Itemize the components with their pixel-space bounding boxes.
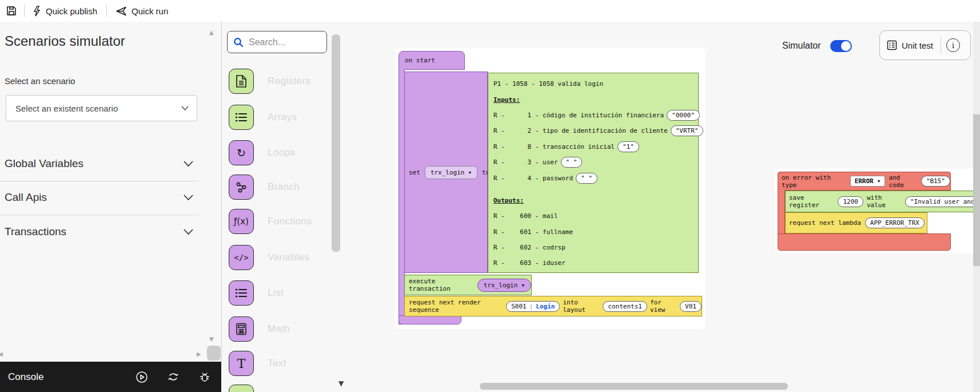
layout-field[interactable]: contents1 [603, 301, 647, 312]
execute-transaction-block[interactable]: execute transaction trx_login ▾ [404, 275, 532, 295]
on-start-label: on start [405, 57, 435, 64]
branch-icon [229, 175, 254, 200]
chevron-down-icon [184, 195, 193, 200]
on-start-block[interactable]: on start [399, 51, 465, 70]
section-transactions[interactable]: Transactions [5, 220, 193, 243]
category-label: List [268, 287, 284, 299]
error-code-field[interactable]: "B15" [921, 176, 950, 187]
save-register-block[interactable]: save register 1200 with value "Invalid u… [785, 191, 980, 212]
input-text: R - 4 - password [493, 175, 573, 182]
toolbox-category-branch[interactable]: Branch [229, 175, 300, 200]
toolbox-category-list[interactable]: List [229, 280, 284, 306]
input-row: R - 3 - user " " [493, 155, 694, 170]
canvas-hscrollbar-thumb[interactable] [480, 383, 788, 390]
sidebar-scroll-left-arrow[interactable]: ◀ [0, 351, 3, 357]
on-start-wrapper-bottom[interactable] [399, 315, 461, 324]
toolbox-divider [221, 22, 222, 362]
canvas-vscrollbar-thumb[interactable] [973, 114, 980, 266]
quick-publish-button[interactable]: Quick publish [33, 6, 97, 17]
sidebar-scrollbar-thumb[interactable] [207, 346, 221, 361]
input-value-field[interactable]: "VRTR" [671, 125, 704, 136]
unit-test-label: Unit test [902, 41, 933, 50]
inputs-heading: Inputs: [493, 92, 694, 107]
unit-test-group: Unit test i [879, 30, 971, 60]
section-label: Transactions [5, 225, 66, 238]
info-button[interactable]: i [946, 38, 960, 52]
top-toolbar: Quick publish Quick run [0, 0, 980, 22]
p1-transaction-block[interactable]: P1 - 1058 - 1058 valida login Inputs: R … [488, 73, 699, 273]
input-row: R - 4 - password " " [493, 170, 694, 185]
text-icon: T [229, 351, 254, 376]
document-icon [229, 69, 254, 94]
input-value-field[interactable]: " " [561, 157, 583, 168]
request-lambda-block[interactable]: request next lambda APP_ERROR_TRX [785, 212, 927, 233]
bug-icon [198, 371, 211, 383]
render-sequence-block[interactable]: request next render sequence S001 | Logi… [404, 296, 702, 316]
dropdown-arrow-icon: ▾ [468, 169, 472, 176]
list-icon [229, 105, 254, 130]
error-message-field[interactable]: "Invalid user and [905, 196, 979, 207]
output-row: R - 603 - iduser [493, 255, 694, 271]
outputs-heading: Outputs: [493, 193, 694, 208]
input-value-field[interactable]: "1" [618, 141, 639, 152]
toolbox-category-text[interactable]: T Text [229, 351, 286, 376]
function-icon: ƒ(x) [229, 209, 254, 234]
input-value-field[interactable]: "0000" [667, 110, 700, 121]
scenario-select[interactable]: Select an existent scenario [6, 95, 197, 121]
input-row: R - 2 - tipo de identificación de client… [493, 123, 694, 138]
execute-transaction-label: execute transaction [409, 278, 473, 292]
toolbox-category-loops[interactable]: ↻ Loops [229, 140, 295, 165]
sequence-code: S001 [511, 303, 527, 310]
section-call-apis[interactable]: Call Apis [5, 186, 193, 209]
toolbox-category-math[interactable]: Math [229, 316, 290, 342]
category-label: Math [268, 323, 290, 335]
sequence-field[interactable]: S001 | Login [506, 301, 560, 312]
toggle-knob [841, 41, 851, 51]
console-run-button[interactable] [136, 371, 148, 383]
calculator-icon [229, 316, 254, 342]
variable-dropdown[interactable]: trx_login ▾ [425, 166, 477, 179]
sidebar-scroll-up-arrow[interactable]: ▲ [209, 30, 214, 35]
transaction-name: trx_login [484, 282, 518, 289]
sidebar-scroll-down-arrow[interactable]: ▼ [209, 336, 214, 342]
toolbox-category-arrays[interactable]: Arrays [229, 105, 297, 130]
layout-keyword: into layout [563, 299, 600, 314]
play-circle-icon [136, 371, 148, 383]
sidebar-scroll-right-arrow[interactable]: ▶ [197, 351, 201, 357]
unit-test-button[interactable]: Unit test [887, 40, 933, 50]
on-error-spine[interactable] [778, 190, 785, 235]
console-debug-button[interactable] [198, 371, 211, 383]
quick-run-button[interactable]: Quick run [116, 6, 168, 16]
error-type-dropdown[interactable]: ERROR ▾ [850, 176, 886, 187]
toolbox-category-variables[interactable]: </> Variables [229, 245, 309, 270]
view-keyword: for view [650, 299, 677, 314]
dropdown-arrow-icon: ▾ [521, 282, 525, 289]
on-error-block[interactable]: on error with type ERROR ▾ and code "B15… [778, 172, 951, 191]
chevron-down-icon [184, 229, 193, 235]
transaction-dropdown[interactable]: trx_login ▾ [477, 279, 531, 292]
toolbox-search[interactable] [227, 31, 327, 53]
save-button[interactable] [6, 5, 17, 17]
category-label: Arrays [268, 112, 297, 123]
toolbox-category-registers[interactable]: Registers [229, 69, 310, 94]
on-error-bottom[interactable] [778, 233, 951, 251]
register-field[interactable]: 1200 [838, 196, 863, 207]
toolbox-category-functions[interactable]: ƒ(x) Functions [229, 209, 312, 234]
view-field[interactable]: V01 [680, 301, 702, 312]
console-repeat-button[interactable] [167, 371, 180, 383]
search-input[interactable] [249, 37, 312, 47]
toolbox-category-partial-tile[interactable] [229, 385, 254, 392]
section-label: Global Variables [5, 157, 83, 170]
toolbox-scroll-down-arrow[interactable]: ▼ [338, 381, 344, 386]
quick-run-label: Quick run [132, 6, 168, 16]
section-global-variables[interactable]: Global Variables [5, 152, 193, 175]
dropdown-arrow-icon: ▾ [877, 177, 881, 185]
lambda-field[interactable]: APP_ERROR_TRX [865, 217, 925, 228]
send-icon [116, 6, 127, 16]
simulator-toggle[interactable] [830, 40, 852, 52]
input-value-field[interactable]: " " [576, 173, 597, 184]
checklist-icon [887, 40, 897, 50]
set-variable-block[interactable]: set trx_login ▾ to [404, 72, 488, 273]
toolbox-scrollbar-thumb[interactable] [332, 34, 340, 252]
quick-publish-label: Quick publish [46, 6, 97, 16]
